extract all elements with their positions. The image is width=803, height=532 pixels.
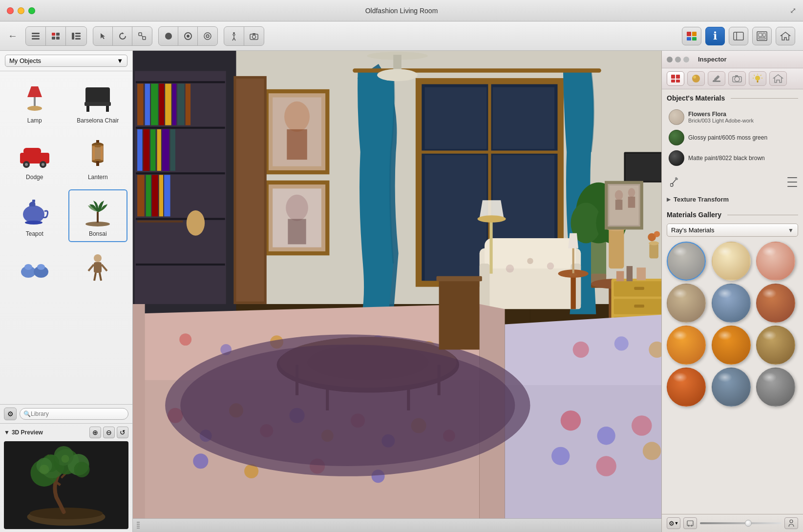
tab-edit[interactable]: [708, 71, 725, 86]
svg-rect-252: [757, 81, 759, 82]
material-item-flowers-flora[interactable]: Flowers Flora Brick/003 Light Adobe-work: [667, 107, 798, 127]
inspector-gear-button[interactable]: ⚙ ▼: [667, 517, 680, 529]
texture-render-button[interactable]: [198, 27, 217, 45]
material-sphere-blue-fabric[interactable]: [712, 368, 751, 407]
search-bar: ⚙ 🔍: [0, 405, 132, 424]
material-sphere-beige-floral[interactable]: [712, 242, 751, 281]
tab-home[interactable]: [769, 71, 787, 86]
camera-shot-button[interactable]: [244, 27, 264, 45]
center-scene: [133, 51, 661, 532]
material-item-glossy-green[interactable]: Glossy paint/6005 moss green: [667, 127, 798, 148]
rotate-button[interactable]: [113, 27, 132, 45]
scene-resize-handle[interactable]: [137, 522, 140, 530]
walk-button[interactable]: [224, 27, 244, 45]
svg-rect-105: [177, 83, 185, 125]
floorplan-icon-button[interactable]: [752, 27, 772, 45]
object-item-lamp[interactable]: Lamp: [5, 76, 64, 129]
gallery-dropdown-wrap: Ray's Materials ▼: [667, 224, 798, 237]
object-item-dodge[interactable]: Dodge: [5, 133, 64, 185]
svg-point-149: [547, 263, 554, 270]
inspector-size-dot[interactable]: [683, 57, 689, 62]
wire-render-button[interactable]: [178, 27, 198, 45]
material-sphere-orange2[interactable]: [712, 326, 751, 365]
materials-icon-button[interactable]: [682, 27, 701, 45]
materials-gallery-section: Materials Gallery Ray's Materials ▼: [667, 211, 798, 407]
left-panel: My Objects ▼ Lamp: [0, 51, 133, 532]
home-icon-button[interactable]: [776, 27, 795, 45]
inspector-minimize-dot[interactable]: [675, 57, 681, 62]
tab-sphere[interactable]: [687, 71, 705, 86]
svg-rect-153: [572, 248, 574, 274]
menu-lines-button[interactable]: [787, 177, 797, 187]
inspector-close-dot[interactable]: [667, 57, 673, 62]
close-button[interactable]: [7, 7, 14, 14]
svg-rect-223: [489, 218, 492, 274]
minimize-button[interactable]: [18, 7, 24, 14]
solid-render-button[interactable]: [159, 27, 178, 45]
material-sphere-blue-diamond[interactable]: [712, 284, 751, 323]
my-objects-dropdown[interactable]: My Objects ▼: [5, 55, 127, 67]
object-item-misc1[interactable]: [5, 246, 64, 290]
material-item-matte-black[interactable]: Matte paint/8022 black brown: [667, 148, 798, 168]
preview-zoom-in-button[interactable]: ⊕: [89, 427, 101, 438]
scene-background: [133, 51, 661, 532]
svg-rect-127: [288, 219, 306, 245]
inspector-person-button[interactable]: [784, 517, 798, 529]
search-input[interactable]: [20, 408, 128, 420]
info-icon-button[interactable]: ℹ: [705, 27, 725, 45]
object-item-lantern[interactable]: Lantern: [68, 133, 128, 185]
inspector-save-button[interactable]: [683, 517, 697, 529]
tab-objects[interactable]: [667, 71, 684, 86]
maximize-button[interactable]: [28, 7, 35, 14]
rays-materials-dropdown[interactable]: Ray's Materials ▼: [667, 224, 798, 237]
material-sphere-orange1[interactable]: [667, 326, 706, 365]
object-thumb-misc1: [15, 251, 54, 285]
svg-marker-199: [133, 304, 145, 532]
object-thumb-figure: [78, 251, 117, 285]
tab-light[interactable]: [749, 71, 766, 86]
inspector-slider[interactable]: [700, 522, 782, 524]
material-sphere-orange-rough[interactable]: [667, 368, 706, 407]
material-sphere-tan-wood[interactable]: [756, 326, 795, 365]
svg-rect-98: [136, 264, 225, 266]
material-sphere-gray-floral[interactable]: [667, 242, 706, 281]
svg-point-62: [24, 264, 32, 270]
scale-button[interactable]: [132, 27, 152, 45]
tab-camera[interactable]: [728, 71, 746, 86]
svg-point-243: [692, 75, 700, 82]
object-item-bonsai[interactable]: Bonsai: [68, 189, 128, 242]
svg-point-216: [573, 342, 589, 358]
preview-rotate-button[interactable]: ↺: [117, 427, 128, 438]
material-sphere-tan-pattern[interactable]: [667, 284, 706, 323]
gear-icon: ⚙: [7, 410, 14, 418]
material-sphere-rust-texture[interactable]: [756, 284, 795, 323]
materials-list: Flowers Flora Brick/003 Light Adobe-work…: [667, 107, 798, 168]
settings-gear-button[interactable]: ⚙: [4, 408, 17, 420]
material-sphere-red-floral[interactable]: [756, 242, 795, 281]
svg-rect-262: [687, 521, 693, 526]
grid-view-button[interactable]: [46, 27, 66, 45]
svg-rect-59: [97, 212, 99, 223]
list-view-button[interactable]: [26, 27, 46, 45]
object-item-chair[interactable]: Barselona Chair: [68, 76, 128, 129]
svg-line-68: [94, 273, 96, 281]
material-sphere-gray-stone[interactable]: [756, 368, 795, 407]
svg-point-251: [755, 76, 760, 81]
eyedropper-icon-button[interactable]: [668, 176, 681, 188]
object-item-teapot[interactable]: Teapot: [5, 189, 64, 242]
svg-marker-35: [27, 86, 42, 97]
back-button[interactable]: ←: [8, 30, 18, 41]
sidebar-icon-button[interactable]: [729, 27, 748, 45]
texture-arrow-icon: ▶: [667, 197, 671, 202]
detail-view-button[interactable]: [66, 27, 86, 45]
svg-point-217: [614, 336, 629, 350]
search-icon: 🔍: [23, 410, 31, 417]
object-label-teapot: Teapot: [26, 230, 43, 237]
inspector-slider-thumb[interactable]: [745, 520, 752, 527]
svg-rect-104: [172, 83, 176, 125]
svg-point-147: [506, 265, 514, 273]
texture-transform-header[interactable]: ▶ Texture Transform: [667, 194, 798, 205]
preview-zoom-out-button[interactable]: ⊖: [103, 427, 115, 438]
object-item-figure[interactable]: [68, 246, 128, 290]
select-button[interactable]: [93, 27, 113, 45]
